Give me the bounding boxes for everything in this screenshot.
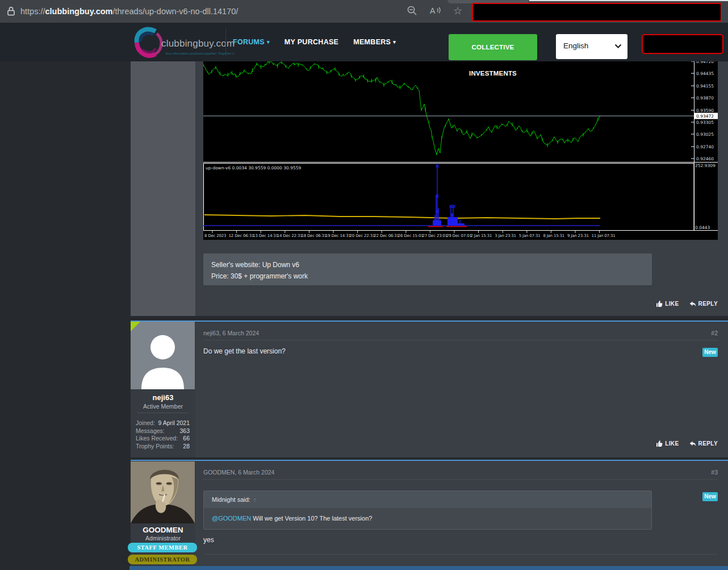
svg-text:0.93590: 0.93590 [696,108,714,113]
stat-label: Messages: [136,427,165,435]
stat-value: 28 [183,443,190,451]
stat-row: Joined:9 April 2021 [136,419,190,427]
header-divider [225,28,226,56]
like-button[interactable]: LIKE [656,440,679,447]
quote-body: @GOODMEN Will we get Version 10? The lat… [204,508,651,529]
svg-text:0.93025: 0.93025 [696,132,714,137]
staff-member-badge: STAFF MEMBER [128,543,197,552]
svg-text:0.0443: 0.0443 [695,225,710,230]
reply-label: REPLY [698,440,718,447]
svg-text:0.92460: 0.92460 [696,156,714,161]
like-label: LIKE [665,440,679,447]
svg-text:29 Dec 07:01: 29 Dec 07:01 [446,234,472,238]
portrait-image [131,461,195,523]
mention-link[interactable]: @GOODMEN [212,515,251,522]
post-number-link[interactable]: #2 [711,330,718,336]
svg-text:11 Jan 07:31: 11 Jan 07:31 [592,234,616,238]
reply-label: REPLY [698,301,718,307]
svg-text:A: A [430,6,436,15]
svg-text:252.9309: 252.9309 [695,163,716,168]
stat-label: Likes Received: [136,435,178,443]
select-chevron-icon [614,44,622,49]
svg-text:8 Dec 2023: 8 Dec 2023 [204,234,226,238]
user-title: Administrator [131,535,195,542]
username-link[interactable]: neji63 [131,393,195,402]
site-logo[interactable]: clubbingbuy.com buy information products… [133,26,224,60]
reply-arrow-icon [689,301,696,307]
user-panel-divider [137,413,189,413]
svg-text:up-down-v6 0.0034 30.9559 0.00: up-down-v6 0.0034 30.9559 0.0000 30.9559 [206,165,301,170]
price-chart-image[interactable]: up-down-v6 0.0034 30.9559 0.0000 30.9559… [203,59,718,240]
reply-button[interactable]: REPLY [689,301,718,307]
goto-quoted-post-arrow[interactable]: ↑ [253,496,257,503]
language-selected-value: English [563,41,588,50]
reply-arrow-icon [689,441,696,447]
favorite-star-icon[interactable]: ☆ [453,4,466,16]
nav-forums-label: FORUMS [233,38,265,46]
logo-tagline: buy information products together. Toget… [166,52,234,55]
new-badge: New [702,348,718,357]
redacted-region [472,3,722,22]
quote-line: Price: 30$ + programmer's work [211,271,652,282]
post-header-divider [203,479,718,480]
svg-text:0.93305: 0.93305 [696,120,714,125]
svg-text:0.94435: 0.94435 [696,71,714,76]
stat-value: 9 April 2021 [158,419,190,427]
zoom-out-icon[interactable] [407,5,419,18]
username-link[interactable]: GOODMEN [131,526,195,534]
browser-address-bar: https://clubbingbuy.com/threads/up-down-… [0,0,728,23]
stat-row: Messages:363 [136,427,190,435]
post3-top-border [131,460,728,461]
nav-forums[interactable]: FORUMS▾ [233,38,270,46]
post2-content [195,322,728,457]
quote-attribution: Midnight said:↑ [204,491,651,508]
svg-text:0.94155: 0.94155 [696,84,714,89]
new-badge: New [702,492,718,501]
post2-top-border [131,321,728,322]
post-author-date-link[interactable]: GOODMEN, 6 March 2024 [203,469,274,476]
administrator-badge: ADMINISTRATOR [128,555,197,564]
post1-user-cell [131,61,195,316]
post2-actions: LIKE REPLY [568,440,718,447]
post-author-date-link[interactable]: neji63, 6 March 2024 [203,330,259,336]
svg-text:12 Dec 06:31: 12 Dec 06:31 [229,234,254,238]
avatar[interactable] [131,322,195,389]
read-aloud-icon[interactable]: A [429,5,442,18]
svg-text:8 Jan 15:31: 8 Jan 15:31 [543,234,564,238]
svg-text:20 Dec 22:31: 20 Dec 22:31 [350,234,375,238]
stat-row: Likes Received:66 [136,435,190,443]
stat-value: 66 [183,435,190,443]
like-label: LIKE [665,301,679,307]
stat-label: Joined: [136,419,155,427]
language-select[interactable]: English [556,34,627,59]
url-input[interactable]: https://clubbingbuy.com/threads/up-down-… [20,0,238,23]
chevron-down-icon: ▾ [393,39,396,45]
post-number-link[interactable]: #3 [711,469,718,476]
svg-text:3 Jan 23:31: 3 Jan 23:31 [495,234,516,238]
nav-members[interactable]: MEMBERS▾ [353,38,396,46]
nav-my-purchase-label: MY PURCHASE [284,38,338,46]
like-button[interactable]: LIKE [656,301,679,307]
collective-investments-button[interactable]: COLLECTIVE INVESTMENTS [449,34,537,60]
user-stats: Joined:9 April 2021 Messages:363 Likes R… [136,419,190,451]
post-footer-divider [203,554,718,555]
avatar[interactable] [131,461,195,523]
svg-text:18 Dec 06:31: 18 Dec 06:31 [301,234,327,238]
stat-value: 363 [179,427,190,435]
svg-text:0.93472: 0.93472 [696,114,714,119]
nav-members-label: MEMBERS [353,38,391,46]
browser-window: https://clubbingbuy.com/threads/up-down-… [0,0,728,570]
thumb-up-icon [656,440,663,447]
svg-text:13 Dec 14:31: 13 Dec 14:31 [253,234,278,238]
user-title: Active Member [131,403,195,410]
thumb-up-icon [656,301,663,307]
reply-button[interactable]: REPLY [689,440,718,447]
svg-text:14 Dec 22:31: 14 Dec 22:31 [277,234,303,238]
svg-text:0.92740: 0.92740 [696,144,714,149]
lock-icon[interactable] [6,6,16,17]
quoted-message-block: Midnight said:↑ @GOODMEN Will we get Ver… [203,490,652,530]
stat-label: Trophy Points: [136,443,174,451]
chevron-down-icon: ▾ [267,39,270,45]
quote-text: Will we get Version 10? The latest versi… [251,515,372,522]
nav-my-purchase[interactable]: MY PURCHASE [284,38,338,46]
